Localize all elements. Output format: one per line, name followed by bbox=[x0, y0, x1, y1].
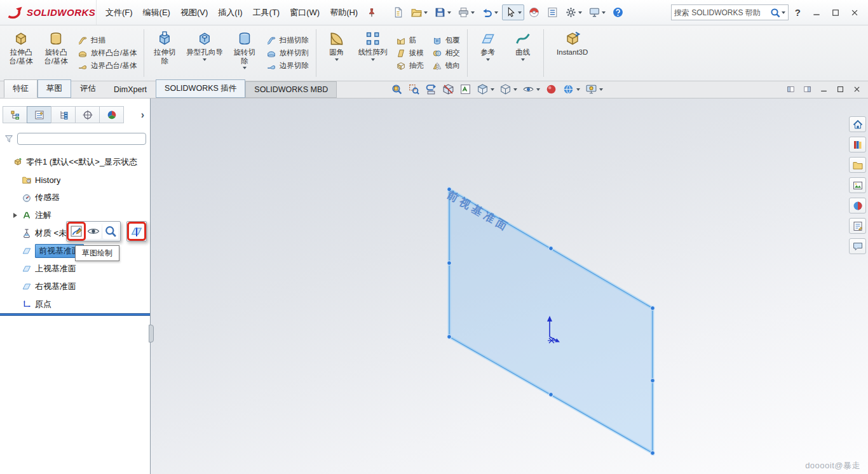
menu-edit[interactable]: 编辑(E) bbox=[138, 3, 175, 22]
taskpane-appearances-button[interactable] bbox=[849, 198, 866, 213]
menu-view[interactable]: 视图(V) bbox=[175, 3, 213, 22]
taskpane-home-button[interactable] bbox=[849, 116, 866, 132]
taskpane-file-explorer-button[interactable] bbox=[849, 157, 866, 173]
zoom-to-fit-button[interactable] bbox=[389, 82, 405, 97]
menu-help[interactable]: 帮助(H) bbox=[325, 3, 363, 22]
tab-mbd[interactable]: SOLIDWORKS MBD bbox=[245, 81, 337, 98]
tile-right-button[interactable] bbox=[801, 84, 813, 95]
tree-item-part-root[interactable]: 零件1 (默认<<默认>_显示状态 bbox=[0, 153, 150, 171]
graphics-area[interactable]: 前视基准面 dooooit@暴走 bbox=[151, 98, 868, 474]
menu-insert[interactable]: 插入(I) bbox=[213, 3, 247, 22]
tab-features[interactable]: 特征 bbox=[4, 79, 37, 98]
normal-to-button[interactable] bbox=[129, 224, 144, 239]
search-caret-icon[interactable] bbox=[782, 11, 785, 14]
menu-file[interactable]: 文件(F) bbox=[100, 3, 138, 22]
search-input[interactable] bbox=[674, 8, 770, 17]
linear-pattern-button[interactable]: 线性阵列 bbox=[355, 27, 391, 79]
rollback-bar[interactable] bbox=[0, 313, 150, 316]
hide-show-button[interactable] bbox=[86, 224, 101, 239]
view-orientation-button[interactable] bbox=[475, 82, 496, 97]
fillet-button[interactable]: 圆角 bbox=[320, 27, 354, 79]
rebuild-status-button[interactable] bbox=[526, 4, 543, 20]
close-button[interactable] bbox=[845, 5, 864, 20]
print-document-button[interactable] bbox=[455, 4, 477, 20]
save-document-button[interactable] bbox=[431, 4, 454, 20]
menu-tools[interactable]: 工具(T) bbox=[248, 3, 285, 22]
boundary-boss-button[interactable]: 边界凸台/基体 bbox=[75, 60, 139, 72]
extruded-cut-button[interactable]: 拉伸切除 bbox=[147, 27, 182, 79]
new-document-button[interactable] bbox=[390, 4, 407, 20]
lofted-cut-button[interactable]: 放样切割 bbox=[264, 48, 311, 59]
search-magnifier-icon[interactable] bbox=[770, 7, 781, 18]
panel-flyout-chevron[interactable]: › bbox=[137, 109, 149, 121]
section-view-button[interactable] bbox=[440, 82, 456, 97]
boundary-cut-button[interactable]: 边界切除 bbox=[264, 60, 311, 72]
tooltip-text: 草图绘制 bbox=[82, 248, 112, 257]
tree-item-history[interactable]: History bbox=[0, 171, 150, 189]
revolved-cut-button[interactable]: 旋转切除 bbox=[227, 27, 262, 79]
curves-button[interactable]: 曲线 bbox=[506, 27, 540, 79]
zoom-to-selection-button[interactable] bbox=[103, 224, 118, 239]
taskpane-custom-properties-button[interactable] bbox=[849, 218, 866, 234]
display-options-button[interactable] bbox=[586, 4, 608, 20]
doc-close-button[interactable] bbox=[850, 84, 863, 95]
apply-scene-button[interactable] bbox=[560, 82, 582, 97]
previous-view-button[interactable] bbox=[423, 82, 439, 97]
forum-icon bbox=[852, 241, 864, 252]
expander-icon[interactable] bbox=[13, 213, 18, 219]
filter-input[interactable] bbox=[17, 133, 146, 145]
zoom-to-area-button[interactable] bbox=[406, 82, 422, 97]
instant3d-button[interactable]: Instant3D bbox=[547, 27, 598, 79]
task-scheduler-button[interactable] bbox=[544, 4, 561, 20]
panel-tab-propertymanager[interactable] bbox=[27, 106, 51, 123]
draft-button[interactable]: 拔模 bbox=[393, 48, 426, 59]
tree-item-right-plane[interactable]: 右视基准面 bbox=[0, 278, 150, 295]
sketch-button[interactable] bbox=[69, 224, 84, 239]
pin-toolbar-button[interactable] bbox=[364, 6, 379, 19]
intersect-button[interactable]: 相交 bbox=[430, 48, 463, 59]
panel-tab-dimxpertmanager[interactable] bbox=[75, 106, 100, 123]
undo-button[interactable] bbox=[478, 4, 501, 20]
taskpane-view-palette-button[interactable] bbox=[849, 177, 866, 193]
tab-addins[interactable]: SOLIDWORKS 插件 bbox=[156, 79, 245, 98]
panel-splitter-grip[interactable] bbox=[149, 325, 154, 342]
lofted-boss-button[interactable]: 放样凸台/基体 bbox=[75, 48, 139, 59]
annotation-views-button[interactable] bbox=[458, 82, 473, 97]
tab-sketch[interactable]: 草图 bbox=[37, 79, 71, 98]
revolved-boss-base-button[interactable]: 旋转凸台/基体 bbox=[39, 27, 73, 79]
help-resources-button[interactable] bbox=[609, 4, 627, 20]
select-tool-button[interactable] bbox=[502, 4, 524, 20]
panel-tab-configurationmanager[interactable] bbox=[51, 106, 76, 123]
tab-dimxpert[interactable]: DimXpert bbox=[105, 81, 156, 98]
display-style-button[interactable] bbox=[498, 82, 519, 97]
doc-minimize-button[interactable] bbox=[817, 84, 830, 95]
menu-window[interactable]: 窗口(W) bbox=[285, 3, 325, 22]
panel-tab-displaymanager[interactable] bbox=[99, 106, 124, 123]
doc-restore-button[interactable] bbox=[834, 84, 846, 95]
swept-boss-button[interactable]: 扫描 bbox=[75, 35, 139, 46]
swept-cut-button[interactable]: 扫描切除 bbox=[264, 35, 311, 46]
tree-item-sensors[interactable]: 传感器 bbox=[0, 189, 150, 207]
reference-geometry-button[interactable]: 参考 bbox=[471, 27, 505, 79]
tree-item-top-plane[interactable]: 上视基准面 bbox=[0, 260, 150, 278]
tree-item-origin[interactable]: 原点 bbox=[0, 295, 150, 313]
taskpane-design-library-button[interactable] bbox=[849, 137, 866, 152]
shell-button[interactable]: 抽壳 bbox=[393, 60, 426, 72]
tile-left-button[interactable] bbox=[784, 84, 797, 95]
open-document-button[interactable] bbox=[408, 4, 430, 20]
maximize-button[interactable] bbox=[826, 5, 845, 20]
extruded-boss-base-button[interactable]: 拉伸凸台/基体 bbox=[4, 27, 38, 79]
wrap-button[interactable]: 包覆 bbox=[430, 35, 463, 46]
tab-evaluate[interactable]: 评估 bbox=[71, 79, 105, 98]
minimize-button[interactable] bbox=[807, 5, 826, 20]
hide-show-items-button[interactable] bbox=[520, 82, 542, 97]
rib-button[interactable]: 筋 bbox=[393, 35, 426, 46]
options-button[interactable] bbox=[562, 4, 585, 20]
taskpane-forum-button[interactable] bbox=[849, 238, 866, 254]
help-button[interactable]: ? bbox=[789, 6, 807, 19]
mirror-button[interactable]: 镜向 bbox=[430, 60, 463, 72]
view-settings-button[interactable] bbox=[583, 82, 605, 97]
edit-appearance-button[interactable] bbox=[543, 82, 559, 97]
hole-wizard-button[interactable]: 异型孔向导 bbox=[182, 27, 227, 79]
panel-tab-featuremanager[interactable] bbox=[3, 106, 27, 123]
